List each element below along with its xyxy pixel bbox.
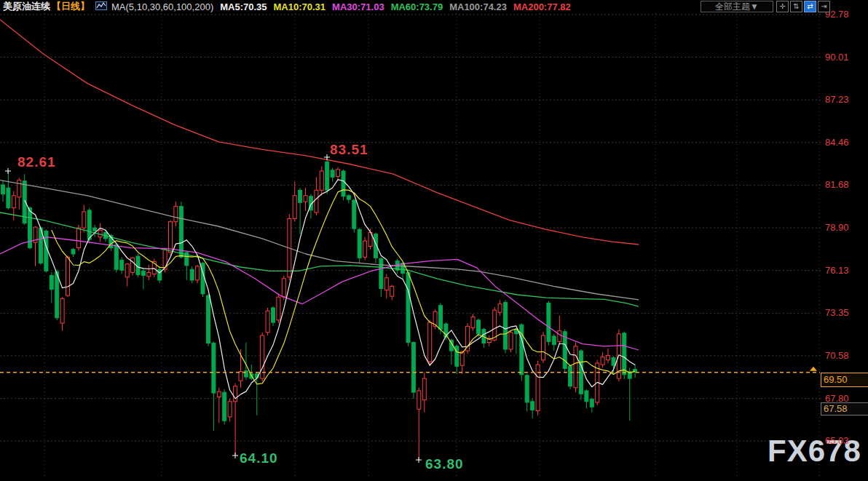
price-annotation: 82.61 [17,154,56,170]
chevron-down-icon: ▼ [750,1,759,12]
ma-settings-label: MA(5,10,30,60,100,200) [111,1,213,12]
ma-values: MA5:70.35MA10:70.31MA30:71.03MA60:73.79M… [213,1,571,12]
price-axis-label: 73.35 [825,307,849,318]
indicator-chart-icon[interactable] [95,1,107,12]
price-annotation: 64.10 [240,450,278,466]
current-price-box: 69.50 [821,373,868,387]
price-axis-label: 90.01 [825,52,849,63]
price-axis-label: 87.23 [825,94,849,105]
theme-dropdown[interactable]: 全部主题▼ [701,1,773,12]
ma-value: MA60:73.79 [391,1,443,12]
period-label: 【日线】 [52,0,90,13]
ma-value: MA10:70.31 [274,1,326,12]
ma-value: MA100:74.23 [449,1,507,12]
ma-value: MA5:70.35 [220,1,267,12]
price-axis-label: 78.90 [825,222,849,233]
price-axis-label: 81.68 [825,179,849,190]
settlement-price-box: 67.58 [821,402,868,416]
price-axis-label: 70.58 [825,350,849,361]
ma-value: MA30:71.03 [332,1,384,12]
ma-value: MA200:77.82 [513,1,571,12]
price-axis-label: 65.03 [825,435,849,446]
symbol-name: 美原油连续 [3,0,50,13]
price-axis-label: 76.13 [825,265,849,276]
price-annotation: 83.51 [330,142,368,158]
trading-chart-window: 美原油连续 【日线】 MA(5,10,30,60,100,200) MA5:70… [0,0,868,481]
price-annotation: 63.80 [425,456,464,472]
zoom-vertical-icon[interactable]: ⇅ [790,1,802,12]
candlestick-chart[interactable] [0,0,868,481]
pan-icon[interactable]: ✛ [776,1,789,12]
chart-toolbar: ✛⇅⇄⇥ [776,1,830,12]
zoom-horizontal-icon[interactable]: ⇄ [804,1,816,12]
price-axis-label: 84.46 [825,137,849,148]
scroll-right-icon[interactable]: ⇥ [818,1,830,12]
